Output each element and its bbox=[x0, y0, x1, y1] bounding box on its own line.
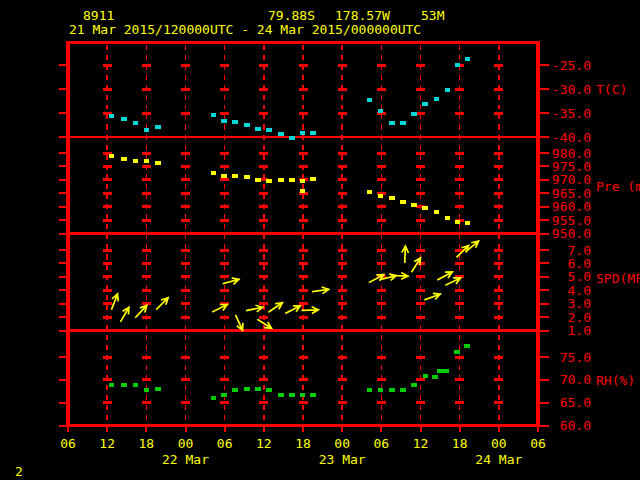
y-axis-unit-label: RH(%) bbox=[596, 373, 635, 388]
y-axis-unit-label: Pre (mb) bbox=[596, 179, 640, 194]
axis-labels-layer: -25.0-30.0-35.0-40.0T(C)980.0975.0970.09… bbox=[0, 0, 640, 480]
x-tick-label: 00 bbox=[322, 436, 362, 451]
day-label: 23 Mar bbox=[307, 452, 377, 467]
y-tick-label: -40.0 bbox=[541, 130, 591, 145]
x-tick-label: 06 bbox=[361, 436, 401, 451]
y-axis-unit-label: SPD(MPS) bbox=[596, 271, 640, 286]
day-label: 22 Mar bbox=[151, 452, 221, 467]
x-tick-label: 06 bbox=[518, 436, 558, 451]
x-tick-label: 00 bbox=[166, 436, 206, 451]
x-tick-label: 12 bbox=[244, 436, 284, 451]
y-tick-label: 1.0 bbox=[541, 323, 591, 338]
x-tick-label: 12 bbox=[401, 436, 441, 451]
day-label: 24 Mar bbox=[464, 452, 534, 467]
y-tick-label: -35.0 bbox=[541, 106, 591, 121]
x-tick-label: 18 bbox=[440, 436, 480, 451]
page-indicator: 2 bbox=[15, 464, 23, 479]
x-tick-label: 06 bbox=[205, 436, 245, 451]
y-tick-label: 70.0 bbox=[541, 372, 591, 387]
y-tick-label: 950.0 bbox=[541, 226, 591, 241]
y-tick-label: -30.0 bbox=[541, 82, 591, 97]
x-tick-label: 06 bbox=[48, 436, 88, 451]
y-tick-label: 60.0 bbox=[541, 418, 591, 433]
x-tick-label: 18 bbox=[283, 436, 323, 451]
x-tick-label: 00 bbox=[479, 436, 519, 451]
y-tick-label: 75.0 bbox=[541, 350, 591, 365]
x-tick-label: 12 bbox=[87, 436, 127, 451]
aws-timeseries-screen: 8911 79.88S 178.57W 53M 21 Mar 2015/1200… bbox=[0, 0, 640, 480]
y-tick-label: 65.0 bbox=[541, 395, 591, 410]
y-axis-unit-label: T(C) bbox=[596, 82, 627, 97]
y-tick-label: -25.0 bbox=[541, 58, 591, 73]
x-tick-label: 18 bbox=[126, 436, 166, 451]
